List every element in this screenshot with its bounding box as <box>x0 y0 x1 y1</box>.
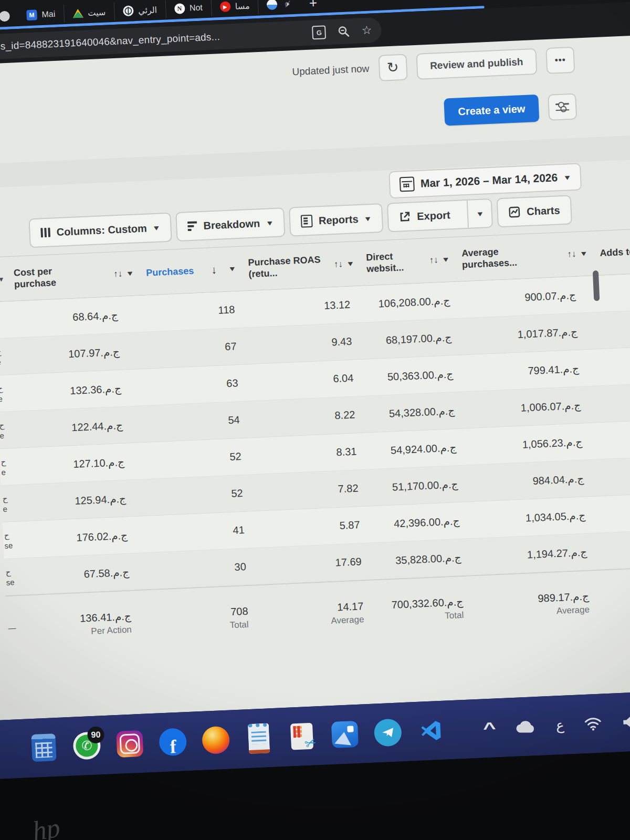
refresh-icon: ↻ <box>386 59 399 76</box>
truncated-campaign-name-frag: ح <box>2 494 7 503</box>
cell-adds-to-cart <box>595 307 630 349</box>
cell-adds-to-cart <box>602 454 630 496</box>
truncated-status-frag: e <box>0 358 1 366</box>
sort-icon[interactable]: ↑↓ <box>429 255 438 266</box>
translate-icon[interactable]: G <box>312 25 326 39</box>
view-settings-button[interactable] <box>548 93 577 121</box>
cell-adds-to-cart <box>600 417 630 459</box>
chevron-down-icon[interactable]: ▼ <box>125 269 134 278</box>
vscode-app-icon[interactable] <box>417 717 445 745</box>
photos-app-icon[interactable] <box>331 720 359 749</box>
truncated-campaign-name-frag: ح <box>1 457 6 467</box>
totals-edge-dash: — <box>8 623 16 633</box>
sort-icon[interactable]: ↑↓ <box>113 268 123 280</box>
facebook-app-icon[interactable]: f <box>159 728 187 756</box>
chevron-down-icon: ▼ <box>152 224 161 232</box>
cell-purchase-roas: 7.82 <box>250 470 370 511</box>
metrics-table: ▾ Cost per purchase ↑↓▼ Purchases ↓ ▼ Pu… <box>0 225 630 659</box>
cell-direct-website: 50,363.00.ج.م <box>363 355 460 396</box>
cell-cost-per-purchase: 68.64.ج.م <box>7 296 141 338</box>
export-icon <box>399 211 411 223</box>
cell-average-purchases: 1,056.23.ج.م <box>462 423 602 465</box>
cell-cost-per-purchase: 122.44.ج.م <box>12 406 146 448</box>
tray-chevron-up-icon[interactable]: ^ <box>482 719 496 737</box>
chevron-down-icon[interactable]: ▼ <box>346 259 355 268</box>
charts-button[interactable]: Charts <box>497 195 572 227</box>
tab-notion[interactable]: N Not <box>165 0 211 18</box>
drive-icon <box>72 8 83 18</box>
cell-purchases: 52 <box>148 475 251 515</box>
tab-drive[interactable]: سيت <box>64 3 114 23</box>
snipping-tool-app-icon[interactable]: ✂ <box>288 722 316 750</box>
taskbar-dock: ✆ 90 f ✂ <box>0 717 445 767</box>
tab-muted[interactable]: 🕩̸ <box>258 0 298 14</box>
column-header-purchases[interactable]: Purchases ↓ ▼ <box>138 247 242 295</box>
onedrive-cloud-icon[interactable] <box>513 718 536 735</box>
cell-adds-to-cart <box>603 491 630 532</box>
tab-label: سيت <box>88 7 106 17</box>
breakdown-button[interactable]: Breakdown ▼ <box>175 207 285 242</box>
language-indicator[interactable]: ع <box>555 717 564 733</box>
bookmark-star-icon[interactable]: ☆ <box>361 25 372 37</box>
refresh-button[interactable]: ↻ <box>378 54 407 81</box>
columns-button[interactable]: Columns: Custom ▼ <box>28 213 172 248</box>
wifi-icon[interactable] <box>584 716 602 731</box>
chevron-down-icon: ▼ <box>563 173 572 182</box>
sort-icon[interactable]: ↑↓ <box>334 259 343 270</box>
chevron-down-icon[interactable]: ▼ <box>228 265 237 274</box>
mail-icon: M <box>26 9 37 20</box>
truncated-campaign-name-frag: ح <box>0 347 2 356</box>
truncated-status-frag: se <box>6 578 15 587</box>
cell-average-purchases: 799.41.ج.م <box>459 349 598 391</box>
chevron-down-icon[interactable]: ▼ <box>442 255 450 264</box>
firefox-app-icon[interactable] <box>202 726 230 754</box>
updated-status: Updated just now <box>292 63 370 78</box>
column-header-purchase-roas[interactable]: Purchase ROAS (retu... ↑↓▼ <box>240 242 360 291</box>
truncated-header-frag: ▾ <box>0 274 3 284</box>
totals-purchase-roas: 14.17Average <box>255 580 375 648</box>
column-header-cost-per-purchase[interactable]: Cost per purchase ↑↓▼ <box>6 251 140 301</box>
muted-tab-icon <box>267 0 278 10</box>
cell-average-purchases: 1,194.27.ج.م <box>467 533 606 575</box>
tab-home[interactable]: الرئي <box>113 1 165 20</box>
calculator-app-icon[interactable] <box>29 733 58 762</box>
totals-adds-to-cart <box>606 565 630 633</box>
cell-purchase-roas: 8.22 <box>247 396 366 438</box>
cell-cost-per-purchase: 132.36.ج.م <box>10 369 144 411</box>
cell-adds-to-cart <box>598 381 630 422</box>
cell-cost-per-purchase: 125.94.ج.م <box>16 479 150 521</box>
truncated-name-cell: ح se <box>4 559 20 595</box>
tab-youtube[interactable]: ▶ مسا <box>211 0 258 16</box>
truncated-status-frag: se <box>4 541 13 550</box>
totals-average-purchases: 989.17.ج.مAverage <box>468 570 609 639</box>
cell-average-purchases: 900.07.ج.م <box>456 276 595 318</box>
column-header-direct-website[interactable]: Direct websit... ↑↓▼ <box>358 237 455 286</box>
cell-direct-website: 54,924.00.ج.م <box>366 429 464 469</box>
zoom-icon[interactable] <box>337 25 350 38</box>
column-header-average-purchases[interactable]: Average purchases... ↑↓▼ <box>454 232 593 281</box>
create-view-button[interactable]: Create a view <box>444 94 539 126</box>
speaker-icon[interactable] <box>622 715 630 730</box>
cell-adds-to-cart <box>605 528 630 569</box>
truncated-name-cell: ح e <box>0 448 16 485</box>
telegram-app-icon[interactable] <box>374 718 402 747</box>
tab-mail[interactable]: M Mai <box>18 5 64 25</box>
reports-button[interactable]: Reports ▼ <box>289 203 384 237</box>
instagram-app-icon[interactable] <box>116 730 144 758</box>
export-dropdown-button[interactable]: ▼ <box>466 200 492 228</box>
export-button[interactable]: Export <box>388 201 461 231</box>
chevron-down-icon[interactable]: ▼ <box>580 249 589 258</box>
new-tab-button[interactable]: + <box>309 0 318 11</box>
date-range-label: Mar 1, 2026 – Mar 14, 2026 <box>420 171 558 190</box>
review-publish-button[interactable]: Review and publish <box>416 48 537 80</box>
charts-icon <box>509 206 521 218</box>
column-header-adds-to-cart[interactable]: Adds tc <box>592 226 630 275</box>
cell-purchase-roas: 17.69 <box>253 543 373 584</box>
cell-average-purchases: 1,034.05.ج.م <box>465 496 605 538</box>
sort-icon[interactable]: ↑↓ <box>567 248 576 260</box>
notepad-app-icon[interactable] <box>245 724 273 752</box>
totals-cost-per-purchase: 136.41.ج.مPer Action <box>20 590 155 659</box>
cell-average-purchases: 984.04.ج.م <box>464 459 603 501</box>
whatsapp-app-icon[interactable]: ✆ 90 <box>72 731 101 760</box>
more-options-button[interactable]: ••• <box>545 47 575 74</box>
